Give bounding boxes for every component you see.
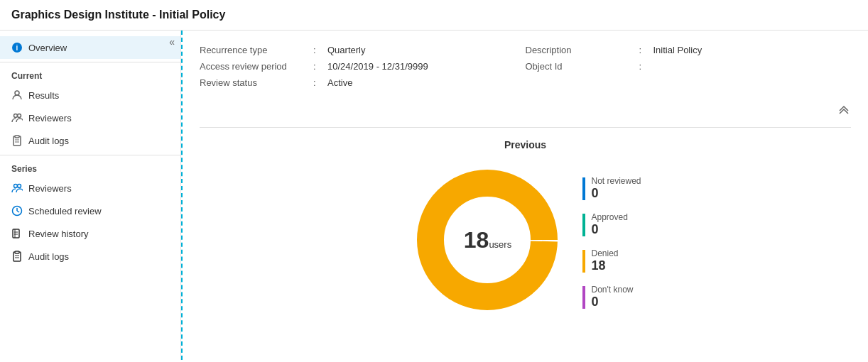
sidebar-reviewers-current-label: Reviewers bbox=[28, 113, 72, 124]
sidebar-scheduled-review-label: Scheduled review bbox=[28, 206, 102, 216]
main-content: Recurrence type : Quarterly Access revie… bbox=[181, 31, 868, 360]
sidebar-item-overview[interactable]: i Overview bbox=[0, 36, 180, 59]
sidebar-series-audit-logs-label: Audit logs bbox=[28, 251, 69, 262]
dont-know-value: 0 bbox=[591, 295, 633, 309]
legend-dont-know: Don't know 0 bbox=[582, 285, 641, 309]
approved-color bbox=[582, 214, 585, 236]
recurrence-type-row: Recurrence type : Quarterly bbox=[200, 45, 526, 55]
not-reviewed-color bbox=[582, 177, 585, 200]
description-value: Initial Policy bbox=[653, 45, 702, 55]
sidebar-item-review-history[interactable]: Review history bbox=[0, 222, 180, 245]
approved-value: 0 bbox=[591, 222, 627, 237]
sidebar-review-history-label: Review history bbox=[28, 229, 89, 239]
clipboard-icon-current bbox=[11, 135, 23, 146]
info-left: Recurrence type : Quarterly Access revie… bbox=[200, 45, 526, 94]
denied-color bbox=[582, 250, 585, 273]
info-right: Description : Initial Policy Object Id : bbox=[526, 45, 852, 94]
sidebar-item-audit-logs-current[interactable]: Audit logs bbox=[0, 129, 180, 152]
review-status-label: Review status bbox=[200, 77, 313, 88]
section-divider bbox=[200, 127, 851, 128]
sidebar-results-label: Results bbox=[28, 90, 59, 101]
description-label: Description bbox=[526, 45, 639, 55]
object-id-row: Object Id : bbox=[526, 61, 852, 72]
recurrence-type-value: Quarterly bbox=[327, 45, 365, 55]
svg-rect-6 bbox=[15, 136, 19, 138]
sidebar-series-reviewers-label: Reviewers bbox=[28, 183, 72, 194]
book-icon bbox=[11, 228, 23, 239]
object-id-separator: : bbox=[639, 61, 653, 72]
access-review-period-label: Access review period bbox=[200, 61, 313, 72]
donut-svg bbox=[409, 162, 565, 318]
page-title: Graphics Design Institute - Initial Poli… bbox=[0, 0, 868, 31]
description-row: Description : Initial Policy bbox=[526, 45, 852, 55]
svg-text:i: i bbox=[16, 44, 18, 52]
sidebar-audit-logs-current-label: Audit logs bbox=[28, 136, 69, 146]
sidebar-item-series-audit-logs[interactable]: Audit logs bbox=[0, 245, 180, 268]
clipboard-series-icon bbox=[11, 251, 23, 262]
svg-point-10 bbox=[18, 185, 21, 188]
legend-approved: Approved 0 bbox=[582, 212, 641, 237]
sidebar-collapse-button[interactable]: « bbox=[169, 36, 175, 48]
clock-icon bbox=[11, 205, 23, 216]
people-series-icon bbox=[11, 182, 23, 194]
sidebar-section-series: Series bbox=[0, 155, 180, 177]
sidebar-item-reviewers-current[interactable]: Reviewers bbox=[0, 106, 180, 129]
review-status-value: Active bbox=[327, 77, 352, 88]
info-icon: i bbox=[11, 42, 23, 53]
svg-rect-14 bbox=[13, 229, 19, 238]
svg-rect-19 bbox=[15, 251, 19, 253]
legend-denied: Denied 18 bbox=[582, 248, 641, 273]
collapse-chevron[interactable] bbox=[183, 102, 868, 121]
description-separator: : bbox=[639, 45, 653, 55]
recurrence-separator: : bbox=[313, 45, 327, 55]
status-separator: : bbox=[313, 77, 327, 88]
svg-point-24 bbox=[446, 199, 528, 281]
svg-point-2 bbox=[15, 91, 19, 95]
access-review-period-value: 10/24/2019 - 12/31/9999 bbox=[327, 61, 428, 72]
access-review-period-row: Access review period : 10/24/2019 - 12/3… bbox=[200, 61, 526, 72]
sidebar-overview-label: Overview bbox=[28, 43, 67, 53]
previous-section: Previous 18users bbox=[183, 133, 868, 329]
sidebar: « i Overview Current Results bbox=[0, 31, 181, 360]
person-icon bbox=[11, 89, 23, 101]
sidebar-item-series-reviewers[interactable]: Reviewers bbox=[0, 177, 180, 199]
info-grid: Recurrence type : Quarterly Access revie… bbox=[200, 45, 851, 94]
sidebar-item-results[interactable]: Results bbox=[0, 84, 180, 106]
svg-point-4 bbox=[18, 114, 21, 118]
recurrence-type-label: Recurrence type bbox=[200, 45, 313, 55]
sidebar-section-current: Current bbox=[0, 62, 180, 84]
donut-chart: 18users bbox=[409, 162, 565, 318]
chart-legend: Not reviewed 0 Approved 0 bbox=[582, 162, 641, 309]
dont-know-label: Don't know bbox=[591, 285, 633, 295]
chart-legend-row: 18users Not reviewed 0 bbox=[200, 162, 851, 318]
legend-not-reviewed: Not reviewed 0 bbox=[582, 176, 641, 201]
dont-know-color bbox=[582, 286, 585, 309]
info-section: Recurrence type : Quarterly Access revie… bbox=[183, 31, 868, 102]
people-icon bbox=[11, 112, 23, 124]
denied-value: 18 bbox=[591, 258, 618, 273]
svg-line-13 bbox=[17, 211, 19, 212]
previous-title: Previous bbox=[200, 139, 851, 150]
period-separator: : bbox=[313, 61, 327, 72]
object-id-label: Object Id bbox=[526, 61, 639, 72]
approved-label: Approved bbox=[591, 212, 627, 222]
not-reviewed-value: 0 bbox=[591, 186, 641, 201]
denied-label: Denied bbox=[591, 248, 618, 258]
review-status-row: Review status : Active bbox=[200, 77, 526, 88]
not-reviewed-label: Not reviewed bbox=[591, 176, 641, 186]
sidebar-item-scheduled-review[interactable]: Scheduled review bbox=[0, 199, 180, 222]
